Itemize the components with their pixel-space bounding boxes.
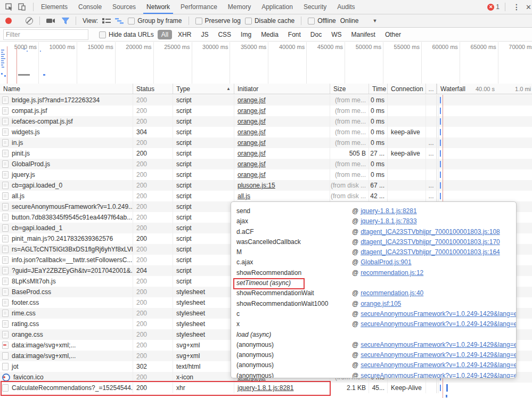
column-header-connection[interactable]: Connection (388, 84, 426, 94)
request-name-cell[interactable]: cb=gapi.loaded_1 (0, 223, 133, 233)
request-name-cell[interactable]: jquery.js (0, 169, 133, 180)
request-name-cell[interactable]: all.js (0, 191, 133, 201)
request-name-cell[interactable]: 8LpKsMIt7oh.js (0, 276, 133, 287)
disable-cache-toggle[interactable]: Disable cache (245, 17, 294, 25)
stack-frame-location-link[interactable]: secureAnonymousFramework?v=1.0.249-1429&… (361, 350, 517, 360)
request-name-cell[interactable]: cb=gapi.loaded_0 (0, 180, 133, 191)
request-name-cell[interactable]: pinit_main.js?0.2417832639362576 (0, 233, 133, 244)
capture-screenshots-icon[interactable] (46, 18, 55, 24)
filter-pill-manifest[interactable]: Manifest (348, 30, 379, 39)
table-row[interactable]: pinit.js200scriptorange.jsf505 B27 ...ke… (0, 148, 532, 159)
small-request-rows-icon[interactable] (102, 18, 111, 24)
table-row[interactable]: cb=gapi.loaded_0200scriptplusone.js:15(f… (0, 180, 532, 191)
tab-console[interactable]: Console (73, 1, 107, 14)
disable-cache-checkbox[interactable] (245, 18, 252, 25)
table-row[interactable]: jquery.js200scriptorange.jsf(from me...0… (0, 169, 532, 180)
filter-input[interactable] (3, 29, 88, 40)
request-name-cell[interactable]: info.json?callback=__twttr.setFollowersC… (0, 255, 133, 265)
error-badge[interactable]: ✕ 1 (487, 3, 500, 11)
timeline-overview[interactable]: 5000 ms10000 ms15000 ms20000 ms25000 ms3… (0, 42, 532, 84)
table-row[interactable]: icefaces-compat.js.jsf200scriptorange.js… (0, 116, 532, 127)
preserve-log-toggle[interactable]: Preserve log (195, 17, 241, 25)
filter-pill-img[interactable]: Img (237, 30, 255, 39)
column-header-status[interactable]: Status (133, 84, 173, 94)
initiator-link[interactable]: orange.jsf (238, 96, 266, 104)
initiator-link[interactable]: all.js (238, 192, 250, 200)
filter-pill-all[interactable]: All (158, 30, 172, 39)
filter-pill-css[interactable]: CSS (214, 30, 235, 39)
initiator-link[interactable]: jquery-1.8.1.js:8281 (238, 384, 293, 392)
column-header-name[interactable]: Name (0, 84, 133, 94)
request-name-cell[interactable]: bridge.js.jsf?rand=1722263234 (0, 95, 133, 105)
request-name-cell[interactable]: data:image/svg+xml;... (0, 340, 133, 351)
column-header-size[interactable]: Size (330, 84, 369, 94)
tab-network[interactable]: Network (141, 1, 175, 14)
table-row[interactable]: CalculateRecommendations?_=15254544...20… (0, 383, 532, 393)
preserve-log-checkbox[interactable] (195, 18, 202, 25)
filter-pill-js[interactable]: JS (197, 30, 212, 39)
stack-frame-location-link[interactable]: recommendation.js:12 (361, 268, 423, 278)
close-icon[interactable]: ✕ (526, 3, 531, 11)
request-name-cell[interactable]: BaseProd.css (0, 287, 133, 297)
column-header-time[interactable]: Time (369, 84, 388, 94)
tab-sources[interactable]: Sources (107, 1, 141, 14)
hide-data-urls-checkbox[interactable] (99, 31, 106, 38)
table-row[interactable]: in.js200scriptorange.jsf(from me...0 ms.… (0, 137, 532, 148)
stack-frame-location-link[interactable]: jquery-1.8.1.js:8281 (361, 206, 416, 216)
tab-performance[interactable]: Performance (175, 1, 223, 14)
tab-elements[interactable]: Elements (36, 1, 73, 14)
request-name-cell[interactable]: GlobalProd.js (0, 159, 133, 169)
filter-pill-doc[interactable]: Doc (307, 30, 325, 39)
request-name-cell[interactable]: secureAnonymousFramework?v=1.0.249... (0, 201, 133, 212)
request-name-cell[interactable]: icefaces-compat.js.jsf (0, 116, 133, 127)
hide-data-urls-toggle[interactable]: Hide data URLs (99, 31, 154, 38)
tab-application[interactable]: Application (256, 1, 298, 14)
stack-frame-location-link[interactable]: GlobalProd.js:901 (361, 257, 411, 267)
column-header-waterfall[interactable]: Waterfall 40.00 s 1.0 mi (437, 84, 532, 94)
stack-frame-location-link[interactable]: dtagent_ICA23STVbhijpr_7000100001803.js:… (361, 237, 500, 247)
request-name-cell[interactable]: footer.css (0, 297, 133, 308)
tab-memory[interactable]: Memory (223, 1, 256, 14)
request-name-cell[interactable]: favicon.ico (0, 372, 133, 383)
initiator-link[interactable]: orange.jsf (238, 118, 266, 125)
stack-frame-location-link[interactable]: secureAnonymousFramework?v=1.0.249-1429&… (361, 340, 517, 350)
more-options-icon[interactable]: ⋮ (511, 3, 522, 11)
initiator-link[interactable]: plusone.js:15 (238, 182, 275, 189)
table-row[interactable]: bridge.js.jsf?rand=1722263234200scriptor… (0, 95, 532, 105)
request-name-cell[interactable]: rime.css (0, 308, 133, 319)
request-name-cell[interactable]: CalculateRecommendations?_=15254544... (0, 383, 133, 393)
table-row[interactable]: widgets.js304scriptorange.jsf(from me...… (0, 127, 532, 137)
stack-frame-location-link[interactable]: secureAnonymousFramework?v=1.0.249-1429&… (361, 309, 517, 319)
column-header-more[interactable]: ... (426, 84, 437, 94)
clear-icon[interactable] (26, 17, 33, 25)
stack-frame-location-link[interactable]: secureAnonymousFramework?v=1.0.249-1429&… (361, 371, 517, 378)
filter-pill-xhr[interactable]: XHR (174, 30, 195, 39)
request-name-cell[interactable]: orange.css (0, 329, 133, 340)
stack-frame-location-link[interactable]: orange.jsf:105 (361, 299, 401, 309)
offline-checkbox[interactable] (308, 18, 315, 25)
request-name-cell[interactable]: in.js (0, 137, 133, 148)
stack-frame-location-link[interactable]: dtagent_ICA23STVbhijpr_7000100001803.js:… (361, 227, 500, 237)
initiator-link[interactable]: orange.jsf (238, 107, 266, 115)
tab-security[interactable]: Security (298, 1, 332, 14)
filter-pill-font[interactable]: Font (284, 30, 305, 39)
table-row[interactable]: GlobalProd.js200scriptorange.jsf(from me… (0, 159, 532, 169)
initiator-link[interactable]: orange.jsf (238, 171, 266, 178)
inspect-element-icon[interactable] (5, 3, 13, 11)
column-header-type[interactable]: Type▲ (173, 84, 234, 94)
stack-frame-location-link[interactable]: jquery-1.8.1.js:7833 (361, 216, 416, 226)
column-header-initiator[interactable]: Initiator (234, 84, 330, 94)
request-name-cell[interactable]: jot (0, 361, 133, 372)
offline-toggle[interactable]: Offline (308, 17, 335, 25)
throttling-dropdown[interactable]: Online ▼ (340, 17, 378, 25)
device-toolbar-icon[interactable] (18, 3, 26, 11)
stack-frame-location-link[interactable]: secureAnonymousFramework?v=1.0.249-1429&… (361, 360, 517, 370)
show-overview-icon[interactable] (115, 18, 124, 24)
request-name-cell[interactable]: pinit.js (0, 148, 133, 159)
request-name-cell[interactable]: rating.css (0, 319, 133, 329)
group-by-frame-checkbox[interactable] (128, 18, 135, 25)
filter-pill-ws[interactable]: WS (328, 30, 345, 39)
filter-pill-other[interactable]: Other (381, 30, 405, 39)
stack-frame-location-link[interactable]: recommendation.js:40 (361, 288, 423, 298)
group-by-frame-toggle[interactable]: Group by frame (128, 17, 182, 25)
